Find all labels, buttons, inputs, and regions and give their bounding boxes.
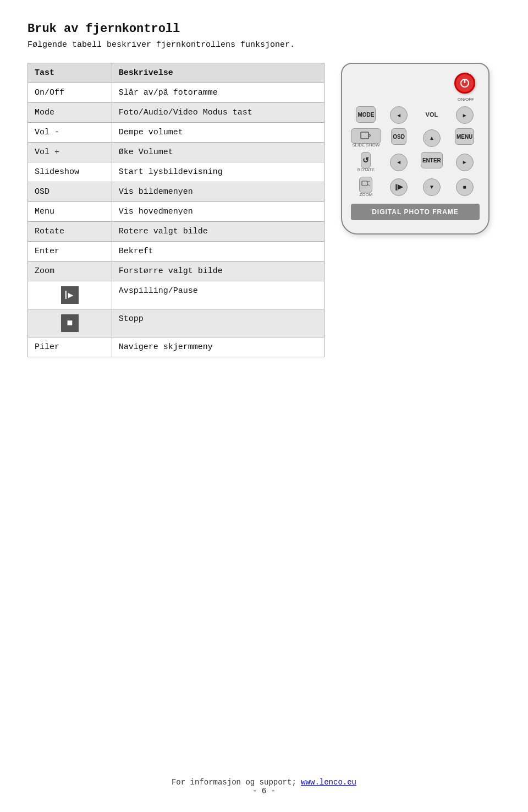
play-pause-remote-button[interactable]: ‖▶ [390,178,408,196]
table-row: Vol + Øke Volumet [28,143,324,162]
subtitle: Følgende tabell beskriver fjernkontrolle… [28,40,501,50]
main-layout: Tast Beskrivelse On/Off Slår av/på fotor… [28,63,501,357]
slideshow-cell: SLIDE SHOW [351,128,381,148]
table-row: Avspilling/Pause [28,281,324,309]
row-value: Forstørre valgt bilde [112,261,324,281]
rotate-label: ROTATE [358,167,375,172]
row-value: Start lysbildevisning [112,162,324,182]
table-row: Slideshow Start lysbildevisning [28,162,324,182]
slideshow-icon [360,131,371,141]
row-value: Øke Volumet [112,143,324,162]
row-key: Menu [28,202,112,222]
slideshow-label: SLIDE SHOW [352,143,380,148]
play-pause-icon [61,286,79,304]
enter-cell: ENTER [417,152,447,172]
table-row: Zoom Forstørre valgt bilde [28,261,324,281]
table-row: Enter Bekreft [28,242,324,261]
remote-row-2: SLIDE SHOW OSD ▲ MENU [351,128,480,148]
page-number: - 6 - [252,787,276,795]
remote-section: ON/OFF MODE ◄ VOL ► [341,63,501,235]
row-value: Foto/Audio/Video Modus tast [112,103,324,123]
mode-button[interactable]: MODE [356,106,376,123]
menu-button[interactable]: MENU [455,128,474,145]
row-value: Stopp [112,309,324,337]
table-section: Tast Beskrivelse On/Off Slår av/på fotor… [28,63,324,357]
row-key: OSD [28,182,112,202]
right-cell: ► [449,152,480,172]
row-key: Mode [28,103,112,123]
slideshow-button[interactable] [351,128,381,144]
vol-left-cell: ◄ [384,106,414,124]
up-button[interactable]: ▲ [423,129,441,147]
row-key: Zoom [28,261,112,281]
vol-right-cell: ► [449,106,480,124]
row-key: Enter [28,242,112,261]
play-pause-btn-cell: ‖▶ [384,177,414,197]
right-button[interactable]: ► [456,154,474,171]
rotate-button[interactable]: ↺ [361,152,371,168]
table-row: Mode Foto/Audio/Video Modus tast [28,103,324,123]
footer: For informasjon og support; www.lenco.eu… [0,778,528,795]
zoom-cell: ZOOM [351,177,381,197]
vol-label-cell: VOL [417,106,447,124]
row-value: Vis hovedmenyen [112,202,324,222]
stop-remote-button[interactable]: ■ [456,178,474,196]
menu-cell: MENU [449,128,480,148]
col-header-key: Tast [28,63,112,83]
row-value: Dempe volumet [112,123,324,143]
row-value: Avspilling/Pause [112,281,324,309]
remote-control: ON/OFF MODE ◄ VOL ► [341,63,490,235]
row-value: Vis bildemenyen [112,182,324,202]
footer-text: For informasjon og support; [172,778,301,787]
left-button[interactable]: ◄ [390,154,408,171]
col-header-value: Beskrivelse [112,63,324,83]
row-value: Slår av/på fotoramme [112,83,324,103]
zoom-icon [361,180,371,190]
vol-minus-button[interactable]: ◄ [390,106,408,124]
osd-button[interactable]: OSD [391,128,406,145]
row-value: Navigere skjermmeny [112,337,324,357]
play-pause-cell [28,281,112,309]
down-cell: ▼ [417,177,447,197]
up-cell: ▲ [417,128,447,148]
remote-row-3: ↺ ROTATE ◄ ENTER ► [351,152,480,172]
row-key: Slideshow [28,162,112,182]
rotate-cell: ↺ ROTATE [351,152,381,172]
table-row: OSD Vis bildemenyen [28,182,324,202]
svg-rect-2 [361,132,369,139]
row-value: Bekreft [112,242,324,261]
row-key: On/Off [28,83,112,103]
table-row: Rotate Rotere valgt bilde [28,222,324,242]
row-value: Rotere valgt bilde [112,222,324,242]
power-label: ON/OFF [351,97,480,102]
stop-btn-cell: ■ [449,177,480,197]
enter-button[interactable]: ENTER [421,152,443,168]
left-cell: ◄ [384,152,414,172]
power-button[interactable] [454,73,475,94]
vol-label: VOL [425,106,439,123]
row-key: Vol + [28,143,112,162]
page-title: Bruk av fjernkontroll [28,22,501,36]
function-table: Tast Beskrivelse On/Off Slår av/på fotor… [28,63,324,357]
power-row [351,73,480,94]
row-key: Rotate [28,222,112,242]
svg-rect-5 [362,181,367,186]
down-button[interactable]: ▼ [423,178,441,196]
zoom-button[interactable] [359,177,372,193]
table-row: Piler Navigere skjermmeny [28,337,324,357]
remote-row-4: ZOOM ‖▶ ▼ ■ [351,177,480,197]
remote-row-1: MODE ◄ VOL ► [351,106,480,124]
footer-link[interactable]: www.lenco.eu [301,778,356,787]
power-icon [460,78,470,88]
row-key: Vol - [28,123,112,143]
stop-icon [61,314,79,332]
remote-bottom-label: DIGITAL PHOTO FRAME [351,204,480,220]
row-key: Piler [28,337,112,357]
osd-cell: OSD [384,128,414,148]
mode-cell: MODE [351,106,381,124]
table-row: Vol - Dempe volumet [28,123,324,143]
table-row: On/Off Slår av/på fotoramme [28,83,324,103]
vol-plus-button[interactable]: ► [456,106,474,124]
table-row: Menu Vis hovedmenyen [28,202,324,222]
zoom-label: ZOOM [359,192,372,197]
